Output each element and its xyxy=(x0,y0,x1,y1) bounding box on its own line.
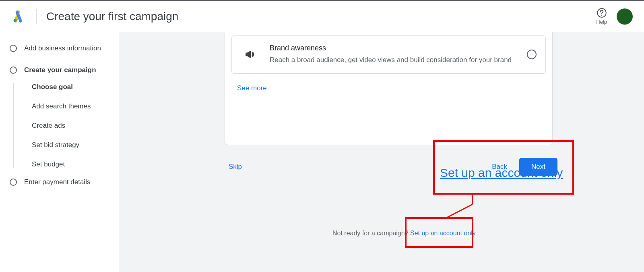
help-button[interactable]: Help xyxy=(596,8,607,25)
avatar[interactable] xyxy=(617,8,633,25)
sidebar-substep-choose-goal[interactable]: Choose goal xyxy=(32,83,109,91)
body: Add business information Create your cam… xyxy=(0,32,644,272)
sidebar-step-campaign[interactable]: Create your campaign xyxy=(10,66,109,74)
footer-prompt-text: Not ready for a campaign? xyxy=(332,230,410,237)
step-indicator-icon xyxy=(10,66,17,74)
footer-prompt: Not ready for a campaign? Set up an acco… xyxy=(332,230,476,237)
step-indicator-icon xyxy=(10,45,17,52)
main-area: Brand awareness Reach a broad audience, … xyxy=(119,32,644,272)
megaphone-icon xyxy=(241,49,259,60)
sidebar-substep-budget[interactable]: Set budget xyxy=(32,160,109,168)
page-title: Create your first campaign xyxy=(46,10,596,23)
sidebar-step-business[interactable]: Add business information xyxy=(10,44,109,52)
svg-point-0 xyxy=(14,19,17,22)
step-label: Add business information xyxy=(24,44,101,52)
svg-line-4 xyxy=(446,204,473,218)
radio-icon[interactable] xyxy=(527,50,537,59)
step-indicator-icon xyxy=(10,179,17,186)
sidebar: Add business information Create your cam… xyxy=(0,32,119,272)
goal-brand-awareness[interactable]: Brand awareness Reach a broad audience, … xyxy=(231,35,546,74)
goal-title: Brand awareness xyxy=(270,44,519,52)
goal-card: Brand awareness Reach a broad audience, … xyxy=(225,32,553,145)
step-label: Enter payment details xyxy=(24,178,90,186)
google-ads-logo-icon[interactable] xyxy=(11,10,24,23)
help-label: Help xyxy=(596,19,607,25)
see-more-link[interactable]: See more xyxy=(237,84,267,92)
svg-point-2 xyxy=(601,15,602,16)
back-link[interactable]: Back xyxy=(492,163,507,171)
skip-link[interactable]: Skip xyxy=(229,163,242,171)
next-button[interactable]: Next xyxy=(519,158,557,176)
sidebar-substeps: Choose goal Add search themes Create ads… xyxy=(13,83,109,168)
nav-row: Skip Back Next xyxy=(225,145,565,176)
sidebar-step-payment[interactable]: Enter payment details xyxy=(10,178,109,186)
sidebar-substep-bid-strategy[interactable]: Set bid strategy xyxy=(32,141,109,149)
sidebar-substep-create-ads[interactable]: Create ads xyxy=(32,122,109,130)
goal-text: Brand awareness Reach a broad audience, … xyxy=(270,44,519,65)
help-icon xyxy=(597,8,607,18)
sidebar-substep-search-themes[interactable]: Add search themes xyxy=(32,102,109,110)
goal-description: Reach a broad audience, get video views … xyxy=(270,55,519,65)
annotation-connector-icon xyxy=(445,195,473,219)
setup-account-only-link[interactable]: Set up an account only xyxy=(410,230,476,237)
step-label: Create your campaign xyxy=(24,66,96,74)
top-bar: Create your first campaign Help xyxy=(0,0,644,32)
divider xyxy=(36,9,37,24)
